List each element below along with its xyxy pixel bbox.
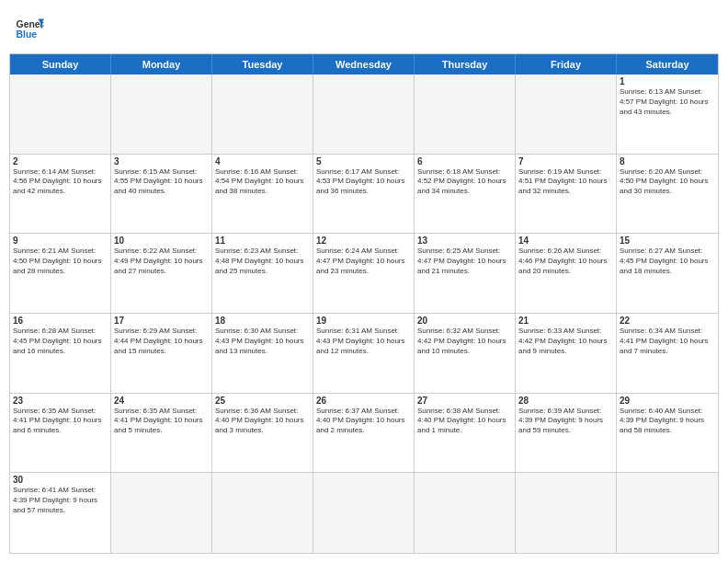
cell-info: Sunrise: 6:22 AM Sunset: 4:49 PM Dayligh… (114, 247, 209, 276)
calendar-empty (516, 75, 617, 155)
logo: General Blue (15, 13, 44, 42)
calendar-day-11: 11Sunrise: 6:23 AM Sunset: 4:48 PM Dayli… (212, 234, 313, 314)
day-number: 9 (13, 236, 108, 246)
day-number: 12 (316, 236, 411, 246)
calendar-day-22: 22Sunrise: 6:34 AM Sunset: 4:41 PM Dayli… (617, 314, 718, 394)
calendar-day-13: 13Sunrise: 6:25 AM Sunset: 4:47 PM Dayli… (415, 234, 516, 314)
cell-info: Sunrise: 6:36 AM Sunset: 4:40 PM Dayligh… (215, 407, 310, 436)
calendar-day-16: 16Sunrise: 6:28 AM Sunset: 4:45 PM Dayli… (10, 314, 111, 394)
logo-icon: General Blue (15, 13, 44, 42)
calendar-day-14: 14Sunrise: 6:26 AM Sunset: 4:46 PM Dayli… (516, 234, 617, 314)
day-number: 15 (620, 236, 715, 246)
day-header-tuesday: Tuesday (212, 54, 313, 75)
cell-info: Sunrise: 6:39 AM Sunset: 4:39 PM Dayligh… (518, 407, 613, 436)
calendar-empty (516, 473, 617, 553)
day-number: 2 (13, 156, 108, 167)
calendar-empty (617, 473, 718, 553)
calendar-day-1: 1Sunrise: 6:13 AM Sunset: 4:57 PM Daylig… (617, 75, 718, 155)
day-number: 3 (114, 156, 209, 167)
day-number: 20 (417, 316, 512, 326)
calendar-day-26: 26Sunrise: 6:37 AM Sunset: 4:40 PM Dayli… (313, 394, 415, 474)
day-number: 30 (13, 475, 108, 485)
calendar: SundayMondayTuesdayWednesdayThursdayFrid… (9, 53, 719, 554)
day-number: 22 (620, 316, 715, 326)
cell-info: Sunrise: 6:35 AM Sunset: 4:41 PM Dayligh… (13, 407, 108, 436)
day-number: 13 (417, 236, 512, 246)
day-number: 1 (620, 76, 715, 86)
day-number: 18 (215, 316, 310, 326)
calendar-day-8: 8Sunrise: 6:20 AM Sunset: 4:50 PM Daylig… (617, 155, 718, 235)
calendar-empty (212, 473, 313, 553)
cell-info: Sunrise: 6:16 AM Sunset: 4:54 PM Dayligh… (215, 167, 310, 197)
day-number: 23 (13, 396, 108, 406)
cell-info: Sunrise: 6:15 AM Sunset: 4:55 PM Dayligh… (114, 167, 209, 197)
calendar-day-29: 29Sunrise: 6:40 AM Sunset: 4:39 PM Dayli… (617, 394, 718, 474)
calendar-empty (415, 75, 516, 155)
calendar-day-24: 24Sunrise: 6:35 AM Sunset: 4:41 PM Dayli… (111, 394, 212, 474)
day-number: 21 (518, 316, 613, 326)
calendar-empty (212, 75, 313, 155)
day-header-saturday: Saturday (617, 54, 718, 75)
day-number: 14 (518, 236, 613, 246)
calendar-empty (313, 473, 415, 553)
calendar-day-4: 4Sunrise: 6:16 AM Sunset: 4:54 PM Daylig… (212, 155, 313, 235)
calendar-day-6: 6Sunrise: 6:18 AM Sunset: 4:52 PM Daylig… (415, 155, 516, 235)
day-number: 19 (316, 316, 411, 326)
calendar-day-15: 15Sunrise: 6:27 AM Sunset: 4:45 PM Dayli… (617, 234, 718, 314)
day-number: 11 (215, 236, 310, 246)
cell-info: Sunrise: 6:37 AM Sunset: 4:40 PM Dayligh… (316, 407, 411, 436)
calendar-day-17: 17Sunrise: 6:29 AM Sunset: 4:44 PM Dayli… (111, 314, 212, 394)
calendar-day-2: 2Sunrise: 6:14 AM Sunset: 4:56 PM Daylig… (10, 155, 111, 235)
calendar-day-9: 9Sunrise: 6:21 AM Sunset: 4:50 PM Daylig… (10, 234, 111, 314)
calendar-day-23: 23Sunrise: 6:35 AM Sunset: 4:41 PM Dayli… (10, 394, 111, 474)
calendar-day-30: 30Sunrise: 6:41 AM Sunset: 4:39 PM Dayli… (10, 473, 111, 553)
cell-info: Sunrise: 6:25 AM Sunset: 4:47 PM Dayligh… (417, 247, 512, 276)
calendar-day-3: 3Sunrise: 6:15 AM Sunset: 4:55 PM Daylig… (111, 155, 212, 235)
cell-info: Sunrise: 6:26 AM Sunset: 4:46 PM Dayligh… (518, 247, 613, 276)
day-number: 8 (620, 156, 715, 167)
day-header-thursday: Thursday (415, 54, 516, 75)
cell-info: Sunrise: 6:21 AM Sunset: 4:50 PM Dayligh… (13, 247, 108, 276)
cell-info: Sunrise: 6:29 AM Sunset: 4:44 PM Dayligh… (114, 327, 209, 356)
calendar-day-10: 10Sunrise: 6:22 AM Sunset: 4:49 PM Dayli… (111, 234, 212, 314)
cell-info: Sunrise: 6:28 AM Sunset: 4:45 PM Dayligh… (13, 327, 108, 356)
calendar-day-7: 7Sunrise: 6:19 AM Sunset: 4:51 PM Daylig… (516, 155, 617, 235)
svg-text:Blue: Blue (17, 29, 38, 40)
cell-info: Sunrise: 6:23 AM Sunset: 4:48 PM Dayligh… (215, 247, 310, 276)
cell-info: Sunrise: 6:17 AM Sunset: 4:53 PM Dayligh… (316, 167, 411, 197)
calendar-day-21: 21Sunrise: 6:33 AM Sunset: 4:42 PM Dayli… (516, 314, 617, 394)
calendar-empty (313, 75, 415, 155)
day-headers: SundayMondayTuesdayWednesdayThursdayFrid… (10, 54, 718, 75)
calendar-empty (10, 75, 111, 155)
calendar-empty (415, 473, 516, 553)
cell-info: Sunrise: 6:27 AM Sunset: 4:45 PM Dayligh… (620, 247, 715, 276)
calendar-day-5: 5Sunrise: 6:17 AM Sunset: 4:53 PM Daylig… (313, 155, 415, 235)
calendar-day-25: 25Sunrise: 6:36 AM Sunset: 4:40 PM Dayli… (212, 394, 313, 474)
calendar-grid: 1Sunrise: 6:13 AM Sunset: 4:57 PM Daylig… (10, 75, 718, 553)
cell-info: Sunrise: 6:19 AM Sunset: 4:51 PM Dayligh… (518, 167, 613, 197)
day-header-wednesday: Wednesday (313, 54, 415, 75)
cell-info: Sunrise: 6:30 AM Sunset: 4:43 PM Dayligh… (215, 327, 310, 356)
calendar-empty (111, 473, 212, 553)
day-header-sunday: Sunday (10, 54, 111, 75)
calendar-day-12: 12Sunrise: 6:24 AM Sunset: 4:47 PM Dayli… (313, 234, 415, 314)
cell-info: Sunrise: 6:33 AM Sunset: 4:42 PM Dayligh… (518, 327, 613, 356)
cell-info: Sunrise: 6:34 AM Sunset: 4:41 PM Dayligh… (620, 327, 715, 356)
day-number: 24 (114, 396, 209, 406)
cell-info: Sunrise: 6:38 AM Sunset: 4:40 PM Dayligh… (417, 407, 512, 436)
header: General Blue (9, 9, 719, 46)
day-number: 17 (114, 316, 209, 326)
day-number: 4 (215, 156, 310, 167)
cell-info: Sunrise: 6:14 AM Sunset: 4:56 PM Dayligh… (13, 167, 108, 197)
cell-info: Sunrise: 6:20 AM Sunset: 4:50 PM Dayligh… (620, 167, 715, 197)
cell-info: Sunrise: 6:35 AM Sunset: 4:41 PM Dayligh… (114, 407, 209, 436)
day-number: 5 (316, 156, 411, 167)
day-number: 16 (13, 316, 108, 326)
cell-info: Sunrise: 6:18 AM Sunset: 4:52 PM Dayligh… (417, 167, 512, 197)
day-number: 10 (114, 236, 209, 246)
calendar-day-19: 19Sunrise: 6:31 AM Sunset: 4:43 PM Dayli… (313, 314, 415, 394)
calendar-day-28: 28Sunrise: 6:39 AM Sunset: 4:39 PM Dayli… (516, 394, 617, 474)
day-number: 7 (518, 156, 613, 167)
calendar-day-20: 20Sunrise: 6:32 AM Sunset: 4:42 PM Dayli… (415, 314, 516, 394)
cell-info: Sunrise: 6:13 AM Sunset: 4:57 PM Dayligh… (620, 87, 715, 117)
